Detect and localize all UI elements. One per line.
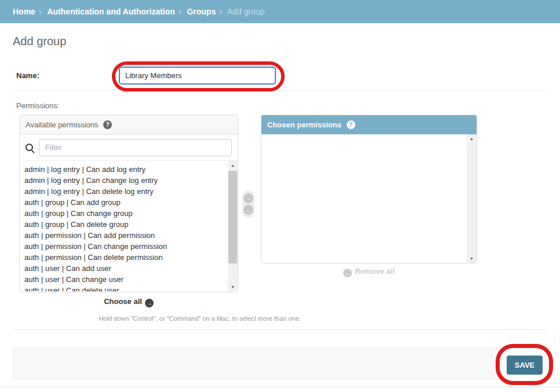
selector-mover: → ← — [242, 190, 254, 218]
permission-option[interactable]: admin | log entry | Can delete log entry — [24, 186, 225, 197]
content-divider — [13, 329, 547, 330]
available-permissions-title: Available permissions — [26, 120, 99, 129]
filter-input[interactable] — [39, 139, 232, 156]
search-icon — [26, 144, 33, 151]
available-permissions-list: ▲ ▼ admin | log entry | Can add log entr… — [20, 161, 238, 291]
permission-option[interactable]: auth | permission | Can change permissio… — [24, 241, 225, 252]
add-selected-arrow-icon[interactable]: → — [243, 193, 253, 203]
chosen-permissions-header: Chosen permissions ? — [261, 115, 477, 134]
scrollbar-thumb[interactable] — [228, 171, 237, 263]
help-icon: ? — [103, 120, 112, 129]
breadcrumb-separator: › — [179, 7, 181, 16]
scroll-up-icon[interactable]: ▲ — [228, 161, 238, 170]
breadcrumb-link[interactable]: Groups — [187, 7, 216, 16]
name-input[interactable] — [119, 67, 276, 85]
add-group-page: Home› Authentication and Authorization› … — [0, 0, 560, 392]
available-permissions-box: Available permissions ? ▲ ▼ admin | log … — [19, 115, 238, 292]
name-row-divider — [13, 90, 547, 90]
save-button[interactable]: SAVE — [507, 356, 543, 375]
page-bottom-divider — [0, 387, 560, 387]
page-title: Add group — [13, 35, 66, 48]
submit-row — [13, 347, 547, 380]
permission-option[interactable]: admin | log entry | Can change log entry — [24, 175, 225, 186]
remove-all-link[interactable]: ←Remove all — [261, 267, 477, 277]
remove-selected-arrow-icon[interactable]: ← — [243, 205, 253, 215]
available-permissions-header: Available permissions ? — [20, 115, 238, 134]
breadcrumb-separator: › — [219, 7, 222, 16]
permissions-help-text: Hold down "Control", or "Command" on a M… — [13, 315, 387, 322]
choose-all-link[interactable]: Choose all→ — [19, 297, 238, 307]
scroll-down-icon[interactable]: ▼ — [228, 283, 238, 291]
remove-all-arrow-icon: ← — [343, 269, 352, 277]
scroll-up-icon[interactable]: ▲ — [467, 134, 477, 143]
scroll-down-icon[interactable]: ▼ — [467, 254, 477, 263]
help-icon: ? — [347, 120, 355, 129]
choose-all-arrow-icon: → — [145, 299, 154, 307]
filter-row — [20, 134, 238, 161]
choose-all-label: Choose all — [104, 297, 142, 306]
available-list-scrollbar[interactable]: ▲ ▼ — [228, 161, 238, 291]
permission-option[interactable]: auth | user | Can add user — [24, 263, 225, 274]
permission-option[interactable]: auth | permission | Can delete permissio… — [24, 252, 225, 263]
permissions-label: Permissions: — [16, 101, 59, 110]
breadcrumb-current: Add group — [227, 7, 265, 16]
remove-all-label: Remove all — [355, 267, 395, 276]
chosen-permissions-box: Chosen permissions ? ▲ ▼ — [261, 115, 477, 263]
chosen-permissions-list: ▲ ▼ — [261, 134, 477, 263]
permission-option[interactable]: auth | group | Can change group — [24, 208, 225, 219]
breadcrumb-link[interactable]: Authentication and Authorization — [47, 7, 174, 16]
name-label: Name: — [16, 71, 39, 80]
permission-option[interactable]: admin | log entry | Can add log entry — [24, 164, 225, 175]
chosen-permissions-title: Chosen permissions — [267, 120, 341, 129]
chosen-list-scrollbar[interactable]: ▲ ▼ — [467, 134, 477, 263]
permission-option[interactable]: auth | permission | Can add permission — [24, 230, 225, 241]
breadcrumb-link[interactable]: Home — [13, 7, 35, 16]
permission-option[interactable]: auth | user | Can delete user — [24, 285, 225, 291]
permission-option[interactable]: auth | group | Can add group — [24, 197, 225, 208]
permission-option[interactable]: auth | group | Can delete group — [24, 219, 225, 230]
breadcrumb: Home› Authentication and Authorization› … — [0, 0, 560, 23]
permission-option[interactable]: auth | user | Can change user — [24, 274, 225, 285]
breadcrumb-links: Home› Authentication and Authorization› … — [13, 7, 227, 16]
breadcrumb-separator: › — [39, 7, 42, 16]
